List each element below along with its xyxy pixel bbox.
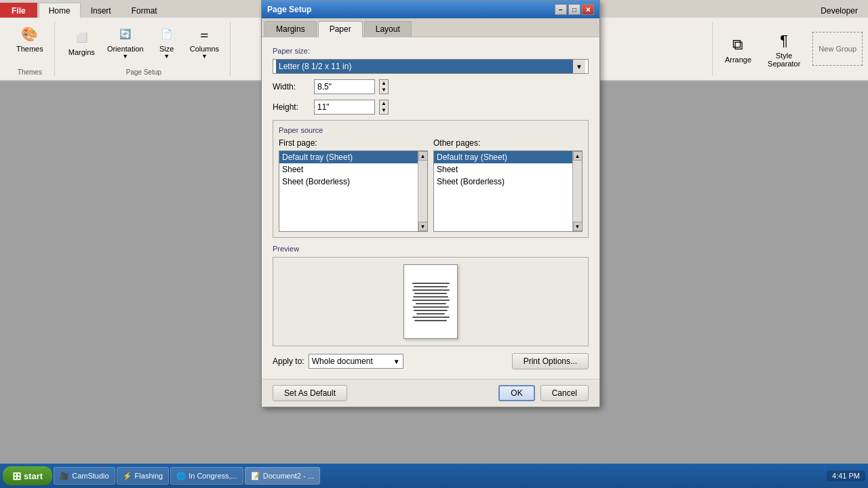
preview-paper	[403, 264, 458, 339]
paper-source-label: Paper source	[279, 126, 583, 134]
height-label: Height:	[273, 102, 310, 112]
height-input[interactable]: 11"	[314, 100, 375, 115]
preview-line-8	[413, 306, 449, 308]
set-as-default-button[interactable]: Set As Default	[273, 385, 347, 401]
arrange-button[interactable]: ⧉ Arrange	[721, 33, 755, 65]
tab-home[interactable]: Home	[39, 3, 81, 18]
ribbon-group-page-setup: ⬜ Margins 🔄 Orientation ▼ 📄 Size ▼ ⚌ Col…	[58, 22, 231, 76]
preview-line-7	[416, 303, 446, 304]
paper-size-row: Letter (8 1/2 x 11 in) ▼	[273, 59, 589, 74]
taskbar-item-congress[interactable]: 🌐 In Congress,...	[170, 467, 243, 485]
start-button[interactable]: ⊞ start	[3, 466, 52, 485]
ok-button[interactable]: OK	[498, 385, 534, 401]
first-page-list[interactable]: Default tray (Sheet) Sheet Sheet (Border…	[279, 150, 428, 232]
orientation-icon: 🔄	[115, 23, 136, 45]
other-pages-col: Other pages: Default tray (Sheet) Sheet …	[433, 138, 583, 232]
apply-left: Apply to: Whole document ▼	[273, 354, 403, 369]
other-page-item-0[interactable]: Default tray (Sheet)	[434, 151, 582, 163]
maximize-button[interactable]: □	[568, 4, 580, 15]
apply-row: Apply to: Whole document ▼ Print Options…	[273, 353, 589, 369]
first-page-item-1[interactable]: Sheet	[279, 163, 427, 176]
preview-line-1	[412, 283, 450, 284]
dialog-title-buttons: − □ ✕	[555, 4, 594, 15]
first-page-item-2[interactable]: Sheet (Borderless)	[279, 176, 427, 188]
preview-line-2	[414, 286, 448, 287]
preview-line-11	[412, 317, 450, 318]
orientation-button[interactable]: 🔄 Orientation ▼	[103, 22, 148, 61]
themes-icon: 🎨	[19, 23, 41, 45]
other-page-item-2[interactable]: Sheet (Borderless)	[434, 176, 582, 188]
tab-insert[interactable]: Insert	[81, 3, 121, 18]
other-scrollbar-down-icon[interactable]: ▼	[573, 222, 583, 231]
style-separator-button[interactable]: ¶ StyleSeparator	[764, 28, 804, 69]
preview-line-4	[414, 293, 447, 294]
width-label: Width:	[273, 82, 310, 92]
paper-size-select[interactable]: Letter (8 1/2 x 11 in) ▼	[273, 59, 589, 74]
scrollbar-down-icon[interactable]: ▼	[418, 222, 428, 231]
new-group-box: New Group	[812, 32, 863, 66]
columns-icon: ⚌	[193, 23, 215, 45]
start-orb: ⊞	[12, 470, 21, 483]
columns-button[interactable]: ⚌ Columns ▼	[186, 22, 223, 61]
other-pages-list[interactable]: Default tray (Sheet) Sheet Sheet (Border…	[433, 150, 583, 232]
clock: 4:41 PM	[827, 470, 865, 481]
other-pages-label: Other pages:	[433, 138, 583, 148]
preview-line-5	[413, 296, 448, 298]
other-scrollbar-up-icon[interactable]: ▲	[573, 151, 583, 161]
dialog-titlebar: Page Setup − □ ✕	[262, 1, 599, 18]
size-icon: 📄	[156, 23, 178, 45]
preview-line-6	[412, 300, 450, 301]
tab-format[interactable]: Format	[121, 3, 167, 18]
other-pages-scrollbar[interactable]: ▲ ▼	[572, 151, 582, 231]
first-page-item-0[interactable]: Default tray (Sheet)	[279, 151, 427, 163]
tab-developer[interactable]: Developer	[810, 3, 868, 18]
themes-button[interactable]: 🎨 Themes	[12, 22, 47, 54]
apply-to-select[interactable]: Whole document ▼	[309, 354, 403, 369]
dialog-tab-bar: Margins Paper Layout	[262, 18, 599, 37]
taskbar: ⊞ start 🎥 CamStudio ⚡ Flashing 🌐 In Cong…	[0, 464, 868, 488]
paper-size-section-label: Paper size:	[273, 47, 589, 55]
minimize-button[interactable]: −	[555, 4, 567, 15]
source-columns: First page: Default tray (Sheet) Sheet S…	[279, 138, 583, 232]
arrange-icon: ⧉	[727, 34, 749, 56]
width-spinner[interactable]: ▲ ▼	[379, 79, 389, 94]
margins-icon: ⬜	[71, 26, 92, 48]
taskbar-right: 4:41 PM	[827, 470, 865, 481]
apply-label: Apply to:	[273, 357, 304, 366]
taskbar-item-camstudio[interactable]: 🎥 CamStudio	[54, 467, 115, 485]
preview-section: Preview	[273, 245, 589, 346]
themes-group-label: Themes	[18, 68, 42, 76]
first-page-col: First page: Default tray (Sheet) Sheet S…	[279, 138, 428, 232]
tab-margins[interactable]: Margins	[264, 21, 317, 37]
width-input[interactable]: 8.5"	[314, 79, 375, 94]
style-separator-icon: ¶	[773, 30, 795, 52]
ribbon-group-themes: 🎨 Themes Themes	[5, 22, 55, 76]
tab-layout[interactable]: Layout	[364, 21, 412, 37]
print-options-button[interactable]: Print Options...	[512, 353, 589, 369]
dialog-ok-cancel: OK Cancel	[498, 385, 589, 401]
preview-box	[273, 257, 589, 346]
height-spinner[interactable]: ▲ ▼	[379, 100, 389, 115]
height-row: Height: 11" ▲ ▼	[273, 100, 589, 115]
preview-label: Preview	[273, 245, 589, 253]
preview-line-9	[414, 310, 448, 311]
paper-size-dropdown-icon: ▼	[573, 60, 585, 73]
close-button[interactable]: ✕	[582, 4, 594, 15]
first-page-scrollbar[interactable]: ▲ ▼	[418, 151, 427, 231]
other-page-item-1[interactable]: Sheet	[434, 163, 582, 176]
taskbar-item-document[interactable]: 📝 Document2 - ...	[245, 467, 320, 485]
preview-line-3	[412, 289, 450, 291]
cancel-button[interactable]: Cancel	[540, 385, 589, 401]
size-button[interactable]: 📄 Size ▼	[152, 22, 182, 61]
tab-file[interactable]: File	[0, 3, 37, 18]
tab-paper[interactable]: Paper	[318, 21, 363, 37]
dialog-title: Page Setup	[267, 5, 311, 14]
preview-line-10	[416, 313, 445, 314]
margins-button[interactable]: ⬜ Margins	[64, 25, 99, 58]
scrollbar-up-icon[interactable]: ▲	[418, 151, 428, 161]
taskbar-item-flashing[interactable]: ⚡ Flashing	[117, 467, 170, 485]
camstudio-icon: 🎥	[60, 472, 69, 481]
flashing-icon: ⚡	[123, 472, 132, 481]
congress-icon: 🌐	[176, 472, 186, 481]
first-page-label: First page:	[279, 138, 428, 148]
